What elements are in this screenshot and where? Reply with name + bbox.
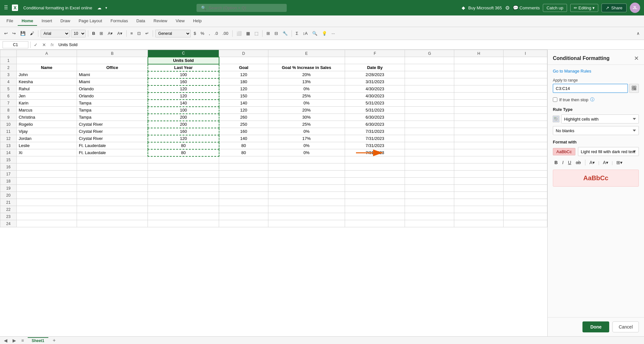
search-input[interactable] <box>209 5 273 10</box>
row-header-23[interactable]: 23 <box>0 213 17 220</box>
cell-c9[interactable]: 200 <box>148 114 219 121</box>
info-icon[interactable]: ⓘ <box>590 97 594 103</box>
tab-insert[interactable]: Insert <box>38 16 56 26</box>
cell-d10[interactable]: 250 <box>219 121 268 128</box>
row-header-20[interactable]: 20 <box>0 192 17 199</box>
bold-button[interactable]: B <box>91 30 97 37</box>
cell-f3[interactable]: 2/28/2023 <box>345 71 405 78</box>
cell-a13[interactable]: Leslie <box>16 142 77 149</box>
cell-e4[interactable]: 13% <box>268 78 345 85</box>
cell-f12[interactable]: 7/31/2023 <box>345 135 405 142</box>
cell-a9[interactable]: Christina <box>16 114 77 121</box>
cell-c11[interactable]: 160 <box>148 128 219 135</box>
decrease-decimal-button[interactable]: .0 <box>213 30 220 37</box>
find-button[interactable]: 🔍 <box>311 30 319 37</box>
cell-a1[interactable] <box>16 57 77 64</box>
range-input[interactable] <box>553 84 628 93</box>
cell-i2[interactable] <box>504 64 547 71</box>
sort-button[interactable]: ↕A <box>301 30 309 37</box>
cell-a7[interactable]: Karin <box>16 100 77 107</box>
cell-c1[interactable]: Units Sold <box>148 57 219 64</box>
cell-b14[interactable]: Ft. Lauderdale <box>77 149 148 156</box>
manage-rules-link[interactable]: Go to Manage Rules <box>553 69 639 74</box>
col-header-b[interactable]: B <box>77 50 148 57</box>
cell-i10[interactable] <box>504 121 547 128</box>
row-header-19[interactable]: 19 <box>0 185 17 192</box>
cell-d7[interactable]: 140 <box>219 100 268 107</box>
cell-i9[interactable] <box>504 114 547 121</box>
cell-f4[interactable]: 3/31/2023 <box>345 78 405 85</box>
row-header-13[interactable]: 13 <box>0 142 17 149</box>
cell-a14[interactable]: Xi <box>16 149 77 156</box>
more-button[interactable]: ··· <box>330 30 337 37</box>
cell-h8[interactable] <box>454 107 504 114</box>
cell-f1[interactable] <box>345 57 405 64</box>
cell-a3[interactable]: John <box>16 71 77 78</box>
cell-i7[interactable] <box>504 100 547 107</box>
row-header-15[interactable]: 15 <box>0 156 17 163</box>
cell-h13[interactable] <box>454 142 504 149</box>
font-size-select[interactable]: 10 <box>71 30 86 37</box>
format-fillcolor-button[interactable]: A▾ <box>588 159 596 166</box>
row-header-5[interactable]: 5 <box>0 85 17 93</box>
cell-h1[interactable] <box>454 57 504 64</box>
cell-g7[interactable] <box>405 100 454 107</box>
cell-e3[interactable]: 20% <box>268 71 345 78</box>
row-header-24[interactable]: 24 <box>0 220 17 227</box>
col-header-c[interactable]: C <box>148 50 219 57</box>
format-bold-button[interactable]: B <box>553 159 559 166</box>
cell-h5[interactable] <box>454 85 504 93</box>
wrap-button[interactable]: ↵ <box>144 30 150 37</box>
cell-e1[interactable] <box>268 57 345 64</box>
sheet-list-button[interactable]: ≡ <box>20 338 25 343</box>
tab-data[interactable]: Data <box>132 16 149 26</box>
cell-d13[interactable]: 80 <box>219 142 268 149</box>
cell-b13[interactable]: Ft. Lauderdale <box>77 142 148 149</box>
col-header-f[interactable]: F <box>345 50 405 57</box>
editing-button[interactable]: ✏ Editing ▾ <box>570 4 599 12</box>
merge-button[interactable]: ⊡ <box>136 30 142 37</box>
cell-e13[interactable]: 0% <box>268 142 345 149</box>
cell-b6[interactable]: Orlando <box>77 93 148 100</box>
increase-decimal-button[interactable]: .00 <box>221 30 230 37</box>
cell-h4[interactable] <box>454 78 504 85</box>
panel-close-button[interactable]: ✕ <box>634 55 639 62</box>
cell-h11[interactable] <box>454 128 504 135</box>
cell-e14[interactable]: 0% <box>268 149 345 156</box>
cell-a4[interactable]: Keesha <box>16 78 77 85</box>
cell-i11[interactable] <box>504 128 547 135</box>
row-header-12[interactable]: 12 <box>0 135 17 142</box>
font-select[interactable]: Arial <box>41 30 70 37</box>
cell-h6[interactable] <box>454 93 504 100</box>
cell-i3[interactable] <box>504 71 547 78</box>
cell-d5[interactable]: 120 <box>219 85 268 93</box>
cell-c4[interactable]: 160 <box>148 78 219 85</box>
cell-a5[interactable]: Rahul <box>16 85 77 93</box>
cell-d11[interactable]: 160 <box>219 128 268 135</box>
cell-g10[interactable] <box>405 121 454 128</box>
cell-a11[interactable]: Vijay <box>16 128 77 135</box>
cell-g11[interactable] <box>405 128 454 135</box>
gear-icon[interactable]: ⚙ <box>505 5 510 11</box>
comma-button[interactable]: , <box>207 30 212 37</box>
cell-h12[interactable] <box>454 135 504 142</box>
cell-i13[interactable] <box>504 142 547 149</box>
cell-f9[interactable]: 6/30/2023 <box>345 114 405 121</box>
cell-c6[interactable]: 120 <box>148 93 219 100</box>
cell-h14[interactable] <box>454 149 504 156</box>
row-header-2[interactable]: 2 <box>0 64 17 71</box>
cell-c8[interactable]: 100 <box>148 107 219 114</box>
cell-h3[interactable] <box>454 71 504 78</box>
ideas-button[interactable]: 💡 <box>320 30 329 37</box>
tab-file[interactable]: File <box>3 16 17 26</box>
row-header-3[interactable]: 3 <box>0 71 17 78</box>
cell-e2[interactable]: Goal % Increase in Sales <box>268 64 345 71</box>
row-header-9[interactable]: 9 <box>0 114 17 121</box>
cell-c14[interactable]: 80 <box>148 149 219 156</box>
fillcolor-button[interactable]: A▾ <box>106 30 114 37</box>
cell-e11[interactable]: 0% <box>268 128 345 135</box>
cell-b5[interactable]: Orlando <box>77 85 148 93</box>
cell-g9[interactable] <box>405 114 454 121</box>
cell-e8[interactable]: 20% <box>268 107 345 114</box>
cell-c5[interactable]: 120 <box>148 85 219 93</box>
